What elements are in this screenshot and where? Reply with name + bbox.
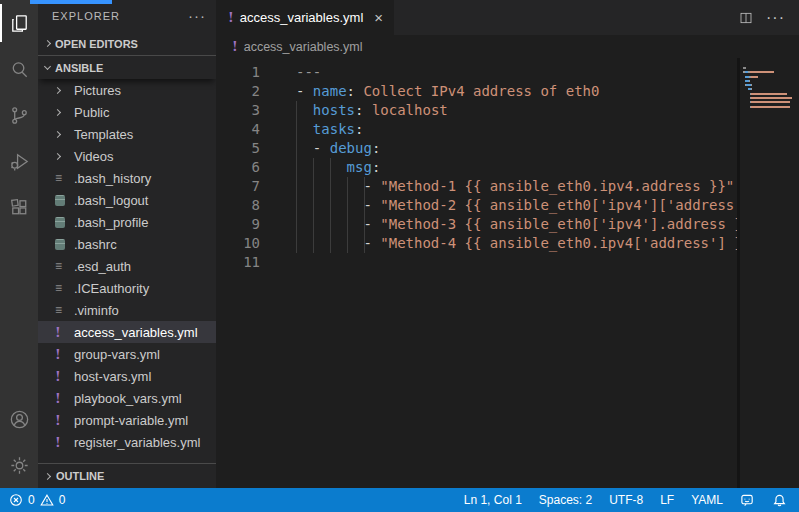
line-content: msg: (296, 158, 380, 177)
code-line[interactable]: 2- name: Collect IPv4 address of eth0 (216, 82, 799, 101)
tree-item-label: Pictures (74, 83, 121, 98)
explorer-icon[interactable] (0, 0, 38, 46)
code-line[interactable]: 1--- (216, 63, 799, 82)
yaml-file-icon: ! (55, 413, 71, 428)
indent-guide (296, 101, 297, 253)
more-actions-icon[interactable]: ··· (188, 12, 206, 20)
extensions-icon[interactable] (0, 184, 38, 230)
line-number: 6 (216, 158, 260, 177)
cursor-position[interactable]: Ln 1, Col 1 (464, 493, 522, 507)
tree-item-label: .esd_auth (74, 259, 131, 274)
tree-item-label: .bash_logout (74, 193, 148, 208)
tree-item-access-variables-yml[interactable]: !access_variables.yml (38, 321, 216, 343)
person-circle-icon (8, 408, 31, 431)
line-number: 1 (216, 63, 260, 82)
shell-file-icon (55, 217, 71, 228)
tree-item-playbook-vars-yml[interactable]: !playbook_vars.yml (38, 387, 216, 409)
outline-section[interactable]: OUTLINE (38, 464, 216, 488)
code-line[interactable]: 4 tasks: (216, 120, 799, 139)
minimap-content (740, 58, 799, 105)
line-content: --- (296, 63, 321, 82)
tree-item--viminfo[interactable]: ≡.viminfo (38, 299, 216, 321)
breadcrumb[interactable]: ! access_variables.yml (216, 35, 799, 58)
source-control-icon[interactable] (0, 92, 38, 138)
activity-bar (0, 0, 38, 488)
tree-item-group-vars-yml[interactable]: !group-vars.yml (38, 343, 216, 365)
tree-item-label: .bashrc (74, 237, 117, 252)
breadcrumb-item: access_variables.yml (244, 40, 363, 54)
yaml-file-icon: ! (55, 435, 71, 450)
line-number: 11 (216, 253, 260, 272)
settings-icon[interactable] (0, 442, 38, 488)
code-line[interactable]: 9 - "Method-3 {{ ansible_eth0['ipv4'].ad… (216, 215, 799, 234)
tree-item-host-vars-yml[interactable]: !host-vars.yml (38, 365, 216, 387)
indentation-setting[interactable]: Spaces: 2 (539, 493, 592, 507)
line-content: - "Method-1 {{ ansible_eth0.ipv4.address… (296, 177, 734, 196)
warning-count: 0 (59, 493, 66, 507)
line-content: - "Method-2 {{ ansible_eth0['ipv4']['add… (296, 196, 785, 215)
tree-item-templates[interactable]: Templates (38, 123, 216, 145)
code-lines: 1---2- name: Collect IPv4 address of eth… (216, 63, 799, 272)
tab-access-variables[interactable]: ! access_variables.yml × (216, 0, 394, 35)
tree-item-public[interactable]: Public (38, 101, 216, 123)
tree-item-videos[interactable]: Videos (38, 145, 216, 167)
problems-indicator[interactable]: 0 0 (9, 493, 65, 507)
eol-setting[interactable]: LF (660, 493, 674, 507)
tree-item--bashrc[interactable]: .bashrc (38, 233, 216, 255)
tree-item-pictures[interactable]: Pictures (38, 79, 216, 101)
tree-item--bash-profile[interactable]: .bash_profile (38, 211, 216, 233)
editor-group: ! access_variables.yml × ··· ! access_va… (216, 0, 799, 488)
tree-item-label: group-vars.yml (74, 347, 160, 362)
close-icon[interactable]: × (371, 9, 386, 26)
line-number: 10 (216, 234, 260, 253)
search-icon[interactable] (0, 46, 38, 92)
code-line[interactable]: 7 - "Method-1 {{ ansible_eth0.ipv4.addre… (216, 177, 799, 196)
open-editors-section[interactable]: OPEN EDITORS (38, 32, 216, 55)
code-line[interactable]: 10 - "Method-4 {{ ansible_eth0.ipv4['add… (216, 234, 799, 253)
feedback-icon[interactable] (740, 493, 755, 508)
tree-item--bash-history[interactable]: ≡.bash_history (38, 167, 216, 189)
yaml-file-icon: ! (55, 391, 71, 406)
branch-icon (8, 104, 31, 127)
account-icon[interactable] (0, 396, 38, 442)
tree-item-label: host-vars.yml (74, 369, 151, 384)
tree-item--bash-logout[interactable]: .bash_logout (38, 189, 216, 211)
tree-item-label: Videos (74, 149, 114, 164)
tree-item-label: access_variables.yml (74, 325, 198, 340)
indent-guide (313, 158, 314, 253)
code-line[interactable]: 5 - debug: (216, 139, 799, 158)
language-mode[interactable]: YAML (691, 493, 723, 507)
code-line[interactable]: 8 - "Method-2 {{ ansible_eth0['ipv4']['a… (216, 196, 799, 215)
code-line[interactable]: 3 hosts: localhost (216, 101, 799, 120)
run-debug-icon[interactable] (0, 138, 38, 184)
project-section-header[interactable]: ANSIBLE (38, 56, 216, 79)
tree-item-label: .ICEauthority (74, 281, 149, 296)
code-line[interactable]: 11 (216, 253, 799, 272)
line-number: 9 (216, 215, 260, 234)
tree-item--iceauthority[interactable]: ≡.ICEauthority (38, 277, 216, 299)
line-content: tasks: (296, 120, 363, 139)
encoding-setting[interactable]: UTF-8 (609, 493, 643, 507)
bell-icon[interactable] (772, 493, 787, 508)
config-file-icon: ≡ (55, 281, 71, 295)
line-number: 3 (216, 101, 260, 120)
line-content: hosts: localhost (296, 101, 448, 120)
split-editor-icon[interactable] (738, 10, 754, 26)
line-number: 5 (216, 139, 260, 158)
minimap[interactable] (737, 58, 799, 488)
error-icon (9, 493, 23, 507)
window-top-accent (30, 0, 112, 4)
tree-item-prompt-variable-yml[interactable]: !prompt-variable.yml (38, 409, 216, 431)
tree-item-register-variables-yml[interactable]: !register_variables.yml (38, 431, 216, 453)
line-content: - name: Collect IPv4 address of eth0 (296, 82, 599, 101)
tab-bar: ! access_variables.yml × ··· (216, 0, 799, 35)
yaml-file-icon: ! (55, 369, 71, 384)
vscode-window: EXPLORER ··· OPEN EDITORS ANSIBLE Pictur… (0, 0, 799, 512)
editor-more-actions-icon[interactable]: ··· (766, 13, 785, 23)
tree-item-label: .viminfo (74, 303, 119, 318)
tab-label: access_variables.yml (240, 10, 372, 25)
tree-item-label: Public (74, 105, 109, 120)
tree-item--esd-auth[interactable]: ≡.esd_auth (38, 255, 216, 277)
code-editor[interactable]: 1---2- name: Collect IPv4 address of eth… (216, 58, 799, 488)
code-line[interactable]: 6 msg: (216, 158, 799, 177)
